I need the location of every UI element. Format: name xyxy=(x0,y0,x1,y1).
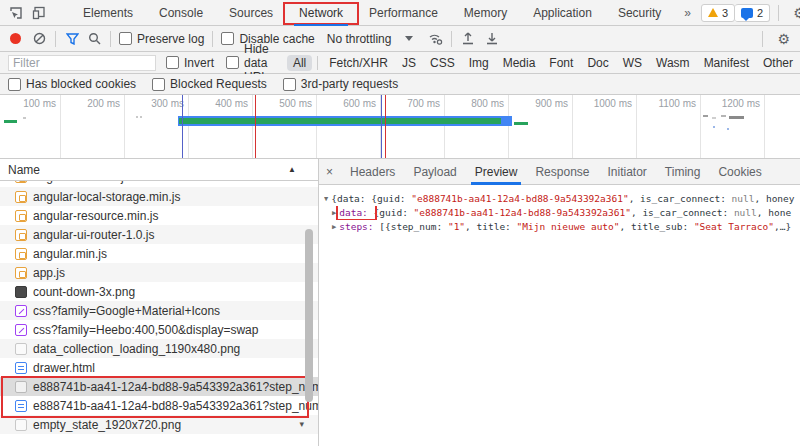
name-column-header[interactable]: Name xyxy=(8,163,40,177)
tab-console[interactable]: Console xyxy=(146,0,216,26)
details-tab-initiator[interactable]: Initiator xyxy=(598,159,655,185)
tab-memory[interactable]: Memory xyxy=(451,0,520,26)
warnings-badge[interactable]: 3 xyxy=(701,4,735,22)
close-details-icon[interactable]: × xyxy=(319,165,341,179)
scrollbar-thumb[interactable] xyxy=(305,229,313,402)
type-filter-media[interactable]: Media xyxy=(497,55,542,71)
preview-line-3[interactable]: ▶steps: [{step_num: "1", title: "Mijn ni… xyxy=(324,220,800,234)
request-row[interactable]: empty_state_1920x720.png xyxy=(0,415,318,434)
expand-arrow-icon[interactable]: ▶ xyxy=(332,220,339,234)
type-filter-other[interactable]: Other xyxy=(757,55,799,71)
preserve-log-checkbox[interactable]: Preserve log xyxy=(119,32,204,46)
tab-application[interactable]: Application xyxy=(520,0,605,26)
css-file-icon xyxy=(15,324,27,336)
checkbox-unchecked[interactable] xyxy=(152,78,165,91)
expand-arrow-icon[interactable]: ▶ xyxy=(332,206,339,220)
request-row[interactable]: data_collection_loading_1190x480.png xyxy=(0,339,318,358)
devtools-window: ElementsConsoleSourcesNetworkPerformance… xyxy=(0,0,800,446)
tab-sources[interactable]: Sources xyxy=(216,0,286,26)
type-filter-all[interactable]: All xyxy=(287,55,312,71)
clear-network-log-icon[interactable] xyxy=(31,31,47,47)
network-settings-gear-icon[interactable]: ⚙ xyxy=(771,31,796,47)
overview-gridline xyxy=(508,95,509,158)
import-har-icon[interactable] xyxy=(460,31,476,47)
checkbox-unchecked[interactable] xyxy=(119,32,132,45)
request-list-scrollbar[interactable] xyxy=(307,183,316,442)
request-row[interactable]: angular-resource.min.js xyxy=(0,206,318,225)
checkbox-unchecked[interactable] xyxy=(8,78,21,91)
checkbox-unchecked[interactable] xyxy=(166,56,179,69)
overview-main-bar-inner xyxy=(179,118,501,124)
details-tab-timing[interactable]: Timing xyxy=(656,159,710,185)
details-tab-payload[interactable]: Payload xyxy=(404,159,465,185)
scroll-down-indicator-icon[interactable]: ▾ xyxy=(299,419,304,429)
request-row[interactable]: angular.min.js xyxy=(0,244,318,263)
network-overview-timeline[interactable]: 100 ms200 ms300 ms400 ms500 ms600 ms700 … xyxy=(0,95,800,159)
type-filter-doc[interactable]: Doc xyxy=(581,55,614,71)
blocked-requests-checkbox[interactable]: Blocked Requests xyxy=(152,77,267,91)
request-name: angular-css.min.js xyxy=(33,181,130,184)
request-name: angular-resource.min.js xyxy=(33,209,158,223)
divider xyxy=(778,5,779,21)
type-filter-wasm[interactable]: Wasm xyxy=(650,55,696,71)
filter-funnel-icon[interactable] xyxy=(64,31,80,47)
request-row[interactable]: drawer.html xyxy=(0,358,318,377)
tab-network[interactable]: Network xyxy=(286,0,356,26)
request-row[interactable]: css?family=Google+Material+Icons xyxy=(0,301,318,320)
network-conditions-icon[interactable] xyxy=(427,31,443,47)
tab-elements[interactable]: Elements xyxy=(70,0,146,26)
css-file-icon xyxy=(15,305,27,317)
search-icon[interactable] xyxy=(86,31,102,47)
type-filter-font[interactable]: Font xyxy=(543,55,579,71)
throttling-value: No throttling xyxy=(327,32,392,46)
request-name: drawer.html xyxy=(33,361,95,375)
issues-badge[interactable]: 2 xyxy=(735,4,770,22)
request-row[interactable]: css?family=Heebo:400,500&display=swap xyxy=(0,320,318,339)
more-tabs-chevron-icon[interactable]: » xyxy=(674,0,701,26)
blocked-requests-label: Blocked Requests xyxy=(170,77,267,91)
request-row[interactable]: angular-local-storage.min.js xyxy=(0,187,318,206)
request-row[interactable]: e888741b-aa41-12a4-bd88-9a543392a361?ste… xyxy=(0,377,318,396)
expand-arrow-icon[interactable]: ▼ xyxy=(324,192,331,206)
request-name: count-down-3x.png xyxy=(33,285,135,299)
has-blocked-cookies-checkbox[interactable]: Has blocked cookies xyxy=(8,77,136,91)
type-filter-fetch-xhr[interactable]: Fetch/XHR xyxy=(323,55,394,71)
throttling-dropdown[interactable]: No throttling xyxy=(327,32,414,46)
request-row[interactable]: count-down-3x.png xyxy=(0,282,318,301)
has-blocked-cookies-label: Has blocked cookies xyxy=(26,77,136,91)
device-toolbar-icon[interactable] xyxy=(32,5,46,21)
checkbox-unchecked[interactable] xyxy=(226,56,239,69)
type-filter-img[interactable]: Img xyxy=(463,55,495,71)
record-network-log-button[interactable] xyxy=(10,33,21,44)
type-filter-ws[interactable]: WS xyxy=(617,55,648,71)
json-segment: null xyxy=(732,193,755,204)
invert-checkbox[interactable]: Invert xyxy=(166,56,214,70)
request-row[interactable]: app.js xyxy=(0,263,318,282)
type-filter-manifest[interactable]: Manifest xyxy=(698,55,755,71)
js-file-icon xyxy=(15,229,27,241)
details-tab-response[interactable]: Response xyxy=(526,159,598,185)
json-segment: , hone xyxy=(757,207,791,218)
request-table-header[interactable]: Name ▲ xyxy=(0,159,318,181)
checkbox-unchecked[interactable] xyxy=(283,78,296,91)
details-tab-preview[interactable]: Preview xyxy=(466,159,527,185)
preview-line-1[interactable]: ▼{data: {guid: "e888741b-aa41-12a4-bd88-… xyxy=(324,192,800,206)
overview-gridline xyxy=(188,95,189,158)
tab-performance[interactable]: Performance xyxy=(356,0,451,26)
details-tab-cookies[interactable]: Cookies xyxy=(709,159,770,185)
export-har-icon[interactable] xyxy=(484,31,500,47)
request-rows: angular-css.min.jsangular-local-storage.… xyxy=(0,181,318,434)
divider xyxy=(317,56,318,70)
type-filter-js[interactable]: JS xyxy=(396,55,422,71)
filter-input[interactable] xyxy=(8,55,156,71)
preview-line-2[interactable]: ▶data: {guid: "e888741b-aa41-12a4-bd88-9… xyxy=(324,206,800,220)
settings-gear-icon[interactable]: ⚙ xyxy=(787,5,800,21)
type-filter-css[interactable]: CSS xyxy=(424,55,461,71)
json-segment: , honey xyxy=(754,193,794,204)
third-party-requests-checkbox[interactable]: 3rd-party requests xyxy=(283,77,398,91)
details-tab-headers[interactable]: Headers xyxy=(341,159,404,185)
inspect-element-icon[interactable] xyxy=(9,5,23,21)
request-row[interactable]: angular-ui-router-1.0.js xyxy=(0,225,318,244)
tab-security[interactable]: Security xyxy=(605,0,674,26)
request-row[interactable]: e888741b-aa41-12a4-bd88-9a543392a361?ste… xyxy=(0,396,318,415)
